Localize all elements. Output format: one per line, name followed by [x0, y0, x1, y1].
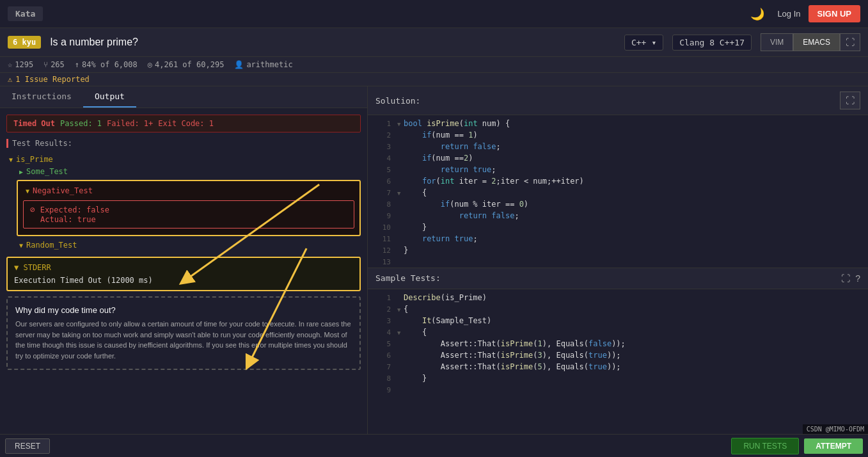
code-line-2: 2 if(num == 1) [368, 131, 868, 142]
code-line-4: 4 if(num ==2) [368, 154, 868, 165]
person-icon: 👤 [234, 60, 244, 69]
stderr-content: Execution Timed Out (12000 ms) [14, 276, 353, 285]
fork-icon: ⑂ [43, 60, 48, 69]
forks-meta: ⑂ 265 [43, 60, 65, 69]
kyu-badge: 6 kyu [8, 36, 41, 49]
code-line-1: 1 ▼ bool isPrime(int num) { [368, 119, 868, 131]
completion-value: 84% of 6,008 [82, 60, 138, 69]
sample-line-5: 5 Assert::That(isPrime(1), Equals(false)… [368, 339, 868, 351]
check-icon: ↑ [75, 60, 79, 69]
tag-meta: 👤 arithmetic [234, 60, 292, 69]
hint-title: Why did my code time out? [15, 305, 352, 315]
sample-line-2: 2 ▼ { [368, 305, 868, 316]
sample-tests-label: Sample Tests: [375, 273, 441, 283]
forks-value: 265 [51, 60, 65, 69]
right-panel: Solution: ⛶ 1 ▼ bool isPrime(int num) { … [368, 86, 868, 449]
error-expected: Expected: false [40, 205, 109, 214]
solution-label: Solution: [375, 96, 420, 106]
solution-expand-button[interactable]: ⛶ [840, 92, 860, 109]
expand-button[interactable]: ⛶ [840, 33, 860, 51]
solution-editor[interactable]: 1 ▼ bool isPrime(int num) { 2 if(num == … [368, 115, 868, 268]
bottom-bar: RESET RUN TESTS ATTEMPT [0, 434, 868, 449]
emacs-button[interactable]: EMACS [793, 33, 840, 51]
sample-line-7: 7 Assert::That(isPrime(5), Equals(true))… [368, 362, 868, 374]
watermark: CSDN @MIMO-OFDM [803, 424, 868, 434]
solutions-value: 4,261 of 60,295 [155, 60, 224, 69]
left-panel: Instructions Output Timed Out Passed: 1 … [0, 86, 368, 449]
kata-meta: ☆ 1295 ⑂ 265 ↑ 84% of 6,008 ◎ 4,261 of 6… [0, 57, 868, 73]
solutions-icon: ◎ [148, 60, 152, 69]
tab-output[interactable]: Output [83, 86, 136, 108]
hint-text: Our servers are configured to only allow… [15, 319, 352, 361]
tabs-row: Instructions Output [0, 86, 367, 108]
code-line-5: 5 return true; [368, 165, 868, 177]
sample-icons: ⛶ ? [841, 273, 860, 284]
code-line-11: 11 return true; [368, 234, 868, 246]
code-line-8: 8 if(num % iter == 0) [368, 200, 868, 211]
output-area[interactable]: Timed Out Passed: 1 Failed: 1+ Exit Code… [0, 108, 367, 449]
sample-line-4: 4 ▼ { [368, 328, 868, 339]
solutions-meta: ◎ 4,261 of 60,295 [148, 60, 225, 69]
error-icon: ⊘ [30, 205, 40, 214]
sample-line-6: 6 Assert::That(isPrime(3), Equals(true))… [368, 351, 868, 362]
status-timedout: Timed Out [13, 119, 55, 128]
language-selector[interactable]: C++ ▾ [624, 35, 663, 51]
random-triangle-icon: ▼ [19, 242, 23, 249]
error-actual: Actual: true [30, 215, 96, 224]
sample-help-button[interactable]: ? [855, 273, 860, 284]
code-line-7: 7 ▼ { [368, 188, 868, 200]
test-results-label: Test Results: [6, 139, 361, 148]
login-button[interactable]: Log In [777, 9, 800, 19]
kata-header: 6 kyu Is a number prime? C++ ▾ Clang 8 C… [0, 28, 868, 57]
sample-expand-button[interactable]: ⛶ [841, 273, 850, 284]
issue-row: ⚠ 1 Issue Reported [0, 73, 868, 86]
code-line-13: 13 [368, 257, 868, 268]
sample-line-1: 1 Describe(is_Prime) [368, 293, 868, 305]
language-name: C++ [631, 38, 646, 47]
red-bar-icon [6, 139, 8, 148]
status-bar: Timed Out Passed: 1 Failed: 1+ Exit Code… [6, 115, 361, 132]
sample-header: Sample Tests: ⛶ ? [368, 268, 868, 289]
test-case-negative: ▼ Negative_Test ⊘ Expected: false Actual… [17, 180, 361, 236]
top-nav: Kata 🌙 Log In SIGN UP [0, 0, 868, 28]
sample-line-8: 8 } [368, 374, 868, 385]
solution-area: Solution: ⛶ 1 ▼ bool isPrime(int num) { … [368, 86, 868, 268]
compiler-label: Clang 8 C++17 [672, 35, 752, 51]
run-tests-button[interactable]: RUN TESTS [731, 438, 799, 449]
brand-logo[interactable]: Kata [8, 6, 43, 21]
code-line-6: 6 for(int iter = 2;iter < num;++iter) [368, 177, 868, 188]
stars-meta: ☆ 1295 [8, 60, 33, 69]
sample-line-9: 9 [368, 385, 868, 397]
tab-instructions[interactable]: Instructions [0, 86, 83, 108]
tag-value: arithmetic [246, 60, 292, 69]
pass-triangle-icon: ▶ [19, 168, 23, 175]
status-failed: Failed: 1+ [107, 119, 153, 128]
test-case-random: ▼ Random_Test [17, 239, 361, 252]
sample-tests-area: Sample Tests: ⛶ ? 1 Describe(is_Prime) 2… [368, 268, 868, 449]
vim-button[interactable]: VIM [761, 33, 793, 51]
test-case-name-random[interactable]: ▼ Random_Test [17, 239, 361, 252]
test-error-box: ⊘ Expected: false Actual: true [23, 200, 354, 228]
test-case-some: ▶ Some_Test [17, 166, 361, 177]
signup-button[interactable]: SIGN UP [809, 5, 860, 22]
stderr-box: ▼ STDERR Execution Timed Out (12000 ms) [6, 257, 361, 291]
code-line-3: 3 return false; [368, 142, 868, 154]
theme-toggle-icon[interactable]: 🌙 [750, 7, 764, 20]
test-case-name-some[interactable]: ▶ Some_Test [17, 166, 361, 177]
test-results: Test Results: ▼ is_Prime ▶ Some_Test [6, 139, 361, 252]
collapse-icon: ▼ [9, 156, 13, 163]
stderr-header: ▼ STDERR [14, 263, 353, 272]
hint-box: Why did my code time out? Our servers ar… [6, 296, 361, 370]
attempt-button[interactable]: ATTEMPT [804, 438, 863, 449]
status-exit: Exit Code: 1 [158, 119, 214, 128]
reset-button[interactable]: RESET [5, 438, 50, 449]
status-passed: Passed: 1 [60, 119, 102, 128]
issue-text: 1 Issue Reported [15, 75, 90, 84]
sample-editor[interactable]: 1 Describe(is_Prime) 2 ▼ { 3 It(Sample_T… [368, 289, 868, 401]
test-case-name-negative[interactable]: ▼ Negative_Test [23, 185, 354, 196]
main-layout: Instructions Output Timed Out Passed: 1 … [0, 86, 868, 449]
test-group-name[interactable]: ▼ is_Prime [6, 153, 361, 166]
fail-triangle-icon: ▼ [26, 188, 29, 195]
dropdown-icon: ▾ [651, 38, 656, 47]
sample-line-3: 3 It(Sample_Test) [368, 316, 868, 328]
